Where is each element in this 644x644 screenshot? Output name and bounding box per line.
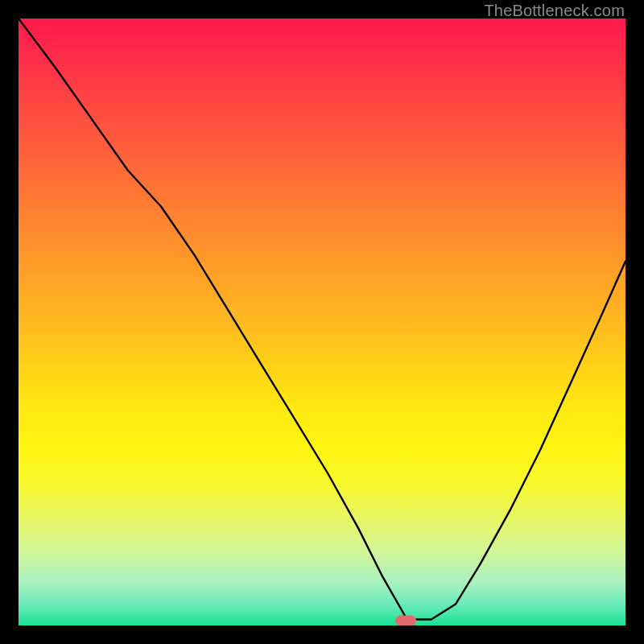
chart-frame: TheBottleneck.com — [0, 0, 644, 644]
watermark-text: TheBottleneck.com — [484, 2, 625, 20]
plot-area — [19, 19, 625, 625]
bottleneck-curve — [19, 19, 625, 625]
optimal-point-marker — [395, 615, 416, 625]
